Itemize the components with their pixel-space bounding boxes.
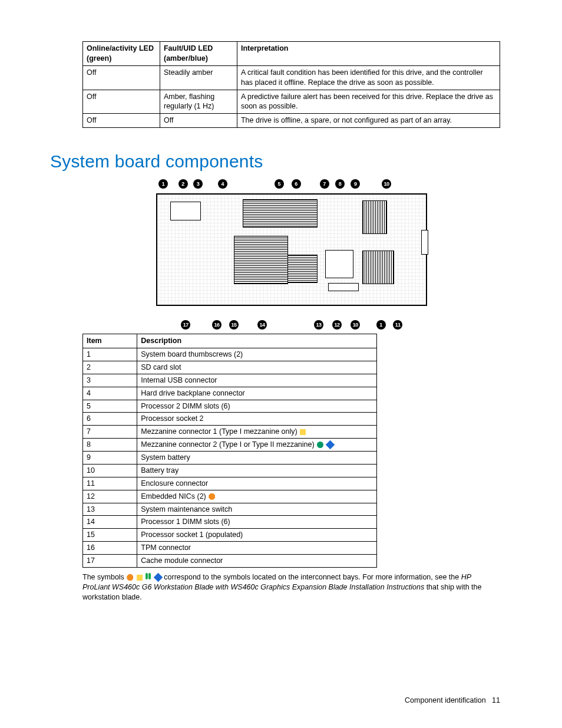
table-row: 8Mezzanine connector 2 (Type I or Type I… <box>83 439 377 452</box>
component-table: Item Description 1System board thumbscre… <box>82 334 377 568</box>
item-cell: 4 <box>83 387 137 400</box>
callout-badge: 9 <box>351 179 360 189</box>
desc-cell: Processor 1 DIMM slots (6) <box>137 516 377 529</box>
table-row: 14Processor 1 DIMM slots (6) <box>83 516 377 529</box>
table-row: 5Processor 2 DIMM slots (6) <box>83 400 377 413</box>
led-table: Online/activity LED (green) Fault/UID LE… <box>82 41 500 128</box>
desc-cell: SD card slot <box>137 361 377 374</box>
desc-cell: Processor 2 DIMM slots (6) <box>137 400 377 413</box>
footnote-mid: correspond to the symbols located on the… <box>164 573 461 581</box>
rounded-pair-icon <box>146 572 151 582</box>
table-cell: Steadily amber <box>160 65 237 90</box>
table-row: OffOffThe drive is offline, a spare, or … <box>83 114 500 128</box>
desc-cell: Enclosure connector <box>137 477 377 490</box>
diamond-icon <box>325 440 335 450</box>
callout-badge: 11 <box>393 320 402 330</box>
table-row: 12Embedded NICs (2) <box>83 490 377 503</box>
octagon-icon <box>127 574 133 581</box>
system-board-diagram: 12345678910 17161514131210111 <box>82 180 500 319</box>
page-footer: Component identification 11 <box>405 696 500 704</box>
table-row: 17Cache module connector <box>83 555 377 568</box>
table-cell: Amber, flashing regularly (1 Hz) <box>160 90 237 114</box>
led-th-2: Fault/UID LED (amber/blue) <box>160 42 237 66</box>
desc-cell: Hard drive backplane connector <box>137 387 377 400</box>
callout-badge: 17 <box>181 320 190 330</box>
comp-th-item: Item <box>83 334 137 348</box>
desc-cell: Cache module connector <box>137 555 377 568</box>
desc-cell: System board thumbscrews (2) <box>137 348 377 361</box>
desc-cell: Embedded NICs (2) <box>137 490 377 503</box>
comp-th-desc: Description <box>137 334 377 348</box>
section-heading: System board components <box>50 151 500 172</box>
callout-badge: 6 <box>292 179 301 189</box>
item-cell: 11 <box>83 477 137 490</box>
callout-badge: 8 <box>335 179 345 189</box>
item-cell: 9 <box>83 452 137 465</box>
table-row: 6Processor socket 2 <box>83 413 377 426</box>
table-row: 4Hard drive backplane connector <box>83 387 377 400</box>
item-cell: 10 <box>83 464 137 477</box>
item-cell: 15 <box>83 529 137 542</box>
callout-badge: 5 <box>275 179 284 189</box>
desc-cell: Processor socket 1 (populated) <box>137 529 377 542</box>
callout-badge: 1 <box>376 320 386 330</box>
callout-badge: 10 <box>382 179 391 189</box>
led-th-3: Interpretation <box>237 42 500 66</box>
table-row: 16TPM connector <box>83 542 377 555</box>
table-cell: Off <box>83 90 160 114</box>
item-cell: 14 <box>83 516 137 529</box>
table-row: OffSteadily amberA critical fault condit… <box>83 65 500 90</box>
callout-badge: 2 <box>178 179 188 189</box>
item-cell: 7 <box>83 426 137 439</box>
callout-badge: 14 <box>257 320 267 330</box>
callout-badge: 4 <box>218 179 227 189</box>
callout-badge: 12 <box>332 320 342 330</box>
callout-badge: 13 <box>314 320 323 330</box>
table-row: 3Internal USB connector <box>83 374 377 387</box>
table-cell: Off <box>83 114 160 128</box>
desc-cell: Mezzanine connector 1 (Type I mezzanine … <box>137 426 377 439</box>
item-cell: 8 <box>83 439 137 452</box>
table-row: 11Enclosure connector <box>83 477 377 490</box>
footer-page: 11 <box>492 696 500 704</box>
callout-badge: 7 <box>320 179 329 189</box>
callout-badge: 1 <box>158 179 168 189</box>
callout-badge: 3 <box>193 179 203 189</box>
desc-cell: Processor socket 2 <box>137 413 377 426</box>
square-icon <box>300 429 306 435</box>
item-cell: 16 <box>83 542 137 555</box>
led-th-1: Online/activity LED (green) <box>83 42 160 66</box>
footnote-lead: The symbols <box>82 573 126 581</box>
table-row: 15Processor socket 1 (populated) <box>83 529 377 542</box>
table-cell: The drive is offline, a spare, or not co… <box>237 114 500 128</box>
circle-icon <box>317 442 323 448</box>
item-cell: 6 <box>83 413 137 426</box>
callout-badge: 16 <box>212 320 222 330</box>
table-row: 9System battery <box>83 452 377 465</box>
table-row: 1System board thumbscrews (2) <box>83 348 377 361</box>
octagon-icon <box>209 493 215 500</box>
item-cell: 3 <box>83 374 137 387</box>
diamond-icon <box>154 573 163 582</box>
item-cell: 13 <box>83 503 137 516</box>
item-cell: 12 <box>83 490 137 503</box>
footnote: The symbols correspond to the symbols lo… <box>82 572 500 602</box>
footer-section: Component identification <box>405 696 486 704</box>
table-cell: Off <box>83 65 160 90</box>
item-cell: 1 <box>83 348 137 361</box>
desc-cell: Internal USB connector <box>137 374 377 387</box>
callout-badge: 15 <box>229 320 239 330</box>
table-row: 2SD card slot <box>83 361 377 374</box>
desc-cell: System battery <box>137 452 377 465</box>
item-cell: 17 <box>83 555 137 568</box>
desc-cell: System maintenance switch <box>137 503 377 516</box>
callout-badge: 10 <box>351 320 360 330</box>
desc-cell: TPM connector <box>137 542 377 555</box>
desc-cell: Battery tray <box>137 464 377 477</box>
table-cell: A critical fault condition has been iden… <box>237 65 500 90</box>
item-cell: 5 <box>83 400 137 413</box>
table-row: 7Mezzanine connector 1 (Type I mezzanine… <box>83 426 377 439</box>
table-row: OffAmber, flashing regularly (1 Hz)A pre… <box>83 90 500 114</box>
table-cell: Off <box>160 114 237 128</box>
desc-cell: Mezzanine connector 2 (Type I or Type II… <box>137 439 377 452</box>
